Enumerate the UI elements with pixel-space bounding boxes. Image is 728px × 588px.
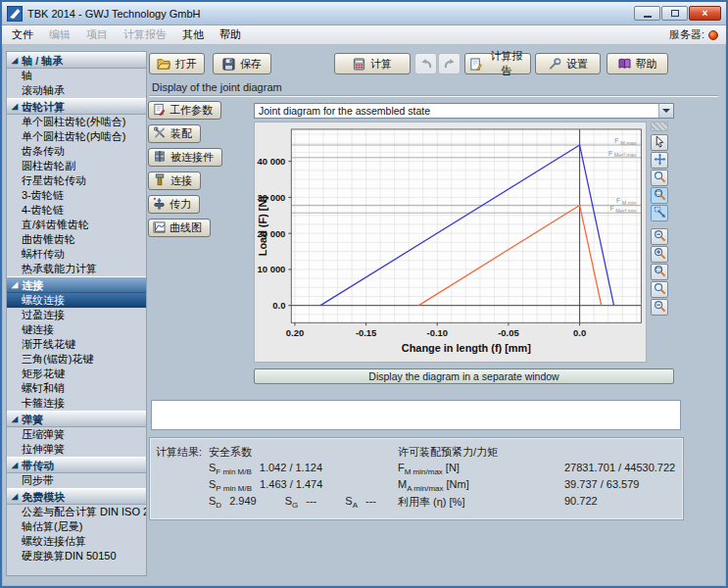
maximize-button[interactable]	[661, 6, 688, 21]
preload-title: 许可装配预紧力/力矩	[398, 445, 498, 460]
sidebar-item-22[interactable]: 螺钉和销	[7, 381, 146, 396]
joint-diagram-plot[interactable]: F M,maxF Merf,maxF M,minF Merf,min0.20-0…	[254, 122, 647, 363]
expander-triangle-icon: ◢	[12, 103, 18, 111]
sidebar-item-32[interactable]: 螺纹连接估算	[7, 534, 146, 549]
redo-button[interactable]	[438, 53, 461, 74]
sidebar-section-3[interactable]: ◢齿轮计算	[7, 98, 146, 115]
save-button[interactable]: 保存	[213, 53, 271, 74]
minimize-button[interactable]	[634, 6, 660, 21]
svg-text:Change in length (f) [mm]: Change in length (f) [mm]	[402, 342, 531, 354]
sidebar-item-9[interactable]: 3-齿轮链	[7, 188, 146, 203]
sidebar-item-11[interactable]: 直/斜齿锥齿轮	[7, 218, 146, 232]
sidebar-item-12[interactable]: 曲齿锥齿轮	[7, 232, 146, 247]
pan-arrows-icon	[654, 153, 666, 169]
sidebar-item-6[interactable]: 齿条传动	[7, 144, 146, 159]
sidebar-item-21[interactable]: 矩形花键	[7, 367, 146, 381]
magnifier-in-button[interactable]	[651, 246, 668, 263]
sidebar-item-33[interactable]: 硬度换算DIN 50150	[7, 549, 146, 564]
sidebar-item-23[interactable]: 卡箍连接	[7, 396, 146, 411]
category-buttons: 工作参数装配被连接件连接传力曲线图	[148, 101, 222, 237]
sidebar-item-14[interactable]: 热承载能力计算	[7, 262, 146, 276]
minimize-icon	[644, 16, 652, 18]
magnifier-window-button[interactable]	[651, 187, 668, 204]
cursor-arrow-button[interactable]	[651, 134, 668, 151]
separate-window-button[interactable]: Display the diagram in a separate window	[254, 368, 674, 384]
undo-button[interactable]	[414, 53, 437, 74]
bolt-connection-icon	[153, 173, 167, 188]
calculator-button[interactable]: 计算	[334, 53, 411, 74]
server-led-icon	[708, 30, 718, 40]
section-title: Display of the joint diagram	[152, 81, 282, 93]
sidebar-item-18[interactable]: 键连接	[7, 322, 146, 337]
clamped-parts-button[interactable]: 被连接件	[148, 148, 222, 167]
grip-hatch-icon	[651, 122, 668, 131]
safety-row-1: SF min M/B1.042 / 1.124	[209, 462, 322, 476]
curve-chart-button[interactable]: 曲线图	[148, 219, 211, 237]
magnifier-button[interactable]	[651, 170, 668, 186]
preload-row-1-value: 27831.701 / 44530.722	[564, 462, 675, 473]
chevron-down-icon[interactable]	[658, 104, 673, 118]
menu-item-1[interactable]: 编辑	[41, 27, 78, 42]
sidebar-item-30[interactable]: 公差与配合计算 DIN ISO 286	[7, 505, 146, 519]
sidebar-item-10[interactable]: 4-齿轮链	[7, 203, 146, 218]
sidebar-section-24[interactable]: ◢弹簧	[7, 411, 146, 427]
report-doc-icon	[469, 58, 482, 71]
settings-button[interactable]: 设置	[535, 53, 601, 74]
magnifier-plain-button[interactable]	[651, 281, 668, 298]
expander-triangle-icon: ◢	[12, 281, 18, 289]
svg-text:Load (F) [N]: Load (F) [N]	[257, 196, 268, 257]
sidebar-item-26[interactable]: 拉伸弹簧	[7, 442, 146, 457]
server-status: 服务器:	[669, 27, 724, 42]
zoom-select-arrow-button[interactable]	[651, 205, 668, 221]
safety-row-3: SD2.949 SG--- SA---	[209, 495, 376, 510]
assembly-tools-button[interactable]: 装配	[148, 124, 201, 143]
sidebar-item-5[interactable]: 单个圆柱齿轮(内啮合)	[7, 129, 146, 144]
bolt-connection-button[interactable]: 连接	[148, 172, 201, 190]
magnifier-minus-button[interactable]	[651, 299, 668, 316]
sidebar-item-4[interactable]: 单个圆柱齿轮(外啮合)	[7, 115, 146, 129]
message-box	[151, 400, 681, 430]
help-book-icon	[618, 58, 631, 70]
close-button[interactable]: ×	[689, 6, 721, 21]
server-label: 服务器:	[669, 27, 704, 42]
help-button[interactable]: 帮助	[607, 53, 668, 74]
report-button[interactable]: 计算报告	[464, 53, 531, 74]
sidebar-item-13[interactable]: 蜗杆传动	[7, 247, 146, 262]
work-params-button[interactable]: 工作参数	[148, 101, 221, 120]
sidebar-section-0[interactable]: ◢轴 / 轴承	[7, 52, 146, 69]
sidebar-item-31[interactable]: 轴估算(尼曼)	[7, 519, 146, 534]
sidebar-item-28[interactable]: 同步带	[7, 473, 146, 488]
menu-item-4[interactable]: 其他	[174, 27, 212, 42]
svg-text:-0.10: -0.10	[427, 327, 448, 338]
work-params-icon	[153, 103, 166, 118]
assembly-tools-icon	[153, 126, 167, 141]
magnifier-fit-button[interactable]	[651, 264, 668, 280]
sidebar-item-8[interactable]: 行星齿轮传动	[7, 173, 146, 188]
menu-item-5[interactable]: 帮助	[212, 27, 249, 42]
expander-triangle-icon: ◢	[12, 493, 18, 501]
safety-title: 安全系数	[209, 445, 252, 460]
svg-text:0.20: 0.20	[286, 327, 304, 338]
sidebar-item-1[interactable]: 轴	[7, 69, 146, 83]
open-button[interactable]: 打开	[149, 53, 205, 74]
menu-item-2[interactable]: 项目	[78, 27, 116, 42]
sidebar-item-16[interactable]: 螺纹连接	[7, 293, 146, 308]
svg-text:-0.15: -0.15	[356, 327, 376, 338]
diagram-type-select[interactable]: Joint diagram for the assembled state	[254, 103, 674, 119]
sidebar-item-7[interactable]: 圆柱齿轮副	[7, 159, 146, 173]
window-title: TBK 2014 - GWJ Technology GmbH	[27, 8, 200, 20]
sidebar-item-2[interactable]: 滚动轴承	[7, 83, 146, 98]
magnifier-fit-icon	[654, 265, 666, 280]
sidebar-section-27[interactable]: ◢带传动	[7, 457, 146, 473]
pan-arrows-button[interactable]	[651, 152, 668, 169]
magnifier-out-button[interactable]	[651, 228, 668, 245]
sidebar-section-29[interactable]: ◢免费模块	[7, 488, 146, 505]
load-force-button[interactable]: 传力	[148, 195, 200, 214]
menu-item-3[interactable]: 计算报告	[116, 27, 174, 42]
sidebar-item-25[interactable]: 压缩弹簧	[7, 427, 146, 442]
sidebar-item-17[interactable]: 过盈连接	[7, 308, 146, 322]
sidebar-item-20[interactable]: 三角(锯齿)花键	[7, 352, 146, 367]
menu-item-0[interactable]: 文件	[4, 27, 41, 42]
sidebar-section-15[interactable]: ◢连接	[7, 276, 146, 293]
sidebar-item-19[interactable]: 渐开线花键	[7, 337, 146, 352]
